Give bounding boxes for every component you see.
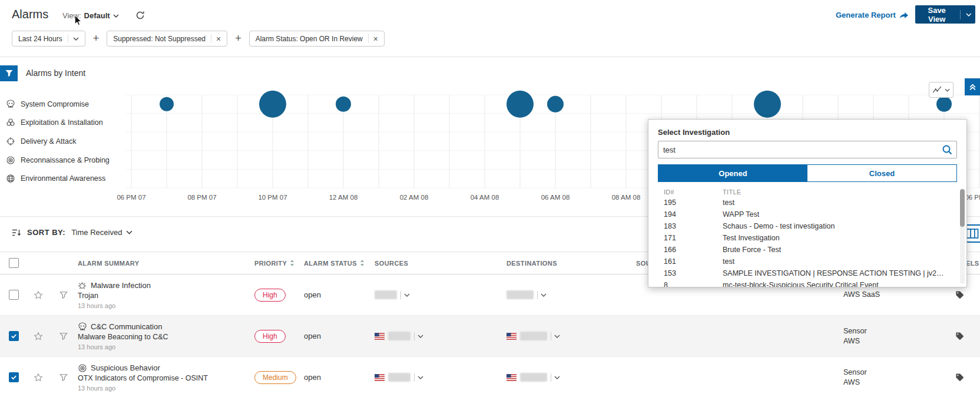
save-view-button[interactable]: Save View [915, 5, 975, 24]
generate-report-link[interactable]: Generate Report [836, 11, 909, 19]
svg-text:06 AM 08: 06 AM 08 [541, 194, 570, 201]
alarm-time: 13 hours ago [78, 343, 115, 350]
tab-closed[interactable]: Closed [807, 165, 956, 181]
filter-funnel-button[interactable] [0, 65, 18, 81]
chevron-down-icon[interactable] [400, 291, 410, 299]
investigation-id: 153 [664, 269, 723, 277]
select-all-checkbox[interactable] [9, 258, 19, 268]
skull-icon [78, 322, 87, 331]
investigation-id: 194 [664, 210, 723, 219]
view-value: Default [84, 11, 110, 20]
remove-filter-icon[interactable]: × [368, 34, 378, 43]
row-checkbox[interactable] [9, 372, 19, 382]
label-tag-icon[interactable] [955, 332, 964, 340]
investigation-title: test [723, 257, 957, 266]
modal-title: Select Investigation [658, 128, 957, 137]
chevron-down-icon[interactable] [414, 373, 423, 382]
chevron-down-icon [966, 13, 972, 16]
tab-opened[interactable]: Opened [658, 165, 807, 181]
star-icon[interactable] [34, 332, 43, 341]
alarm-time: 13 hours ago [78, 302, 115, 309]
chevron-down-icon[interactable] [551, 373, 560, 382]
svg-text:12 AM 08: 12 AM 08 [329, 194, 358, 201]
investigation-row[interactable]: 194WAPP Test [664, 209, 957, 220]
svg-text:10 PM 07: 10 PM 07 [258, 194, 287, 201]
investigation-row[interactable]: 183Schaus - Demo - test investigation [664, 220, 957, 232]
alarm-title[interactable]: Malware Infection [91, 281, 151, 290]
sort-by-selector[interactable]: Time Received [71, 228, 133, 237]
investigation-tabs: OpenedClosed [658, 164, 957, 182]
radar-icon [6, 156, 15, 165]
report-arrow-icon [899, 12, 909, 19]
alarm-title[interactable]: Suspicious Behavior [91, 363, 160, 372]
col-alarm-status[interactable]: ALARM STATUS [304, 260, 375, 267]
alarm-status: open [304, 332, 375, 340]
col-alarm-summary[interactable]: ALARM SUMMARY [78, 260, 254, 267]
chart-title: Alarms by Intent [26, 68, 85, 78]
chevron-down-icon[interactable] [537, 291, 547, 299]
priority-badge: High [254, 289, 286, 302]
svg-text:08 AM 08: 08 AM 08 [612, 194, 641, 201]
svg-text:06 PM 07: 06 PM 07 [117, 194, 145, 201]
investigation-row[interactable]: 153SAMPLE INVESTIGATION | RESPONSE ACTIO… [664, 267, 957, 279]
page-title: Alarms [12, 8, 48, 21]
chart-type-selector[interactable] [929, 82, 953, 98]
remove-filter-icon[interactable]: × [211, 34, 221, 43]
label-tag-icon[interactable] [955, 373, 964, 382]
intent-label: System Compromise [21, 100, 89, 108]
search-icon[interactable] [942, 144, 952, 155]
filter-chip-alarm-status[interactable]: Alarm Status: Open OR In Review × [249, 31, 385, 47]
investigation-row[interactable]: 195test [664, 197, 957, 209]
chevron-down-icon [126, 230, 133, 234]
modal-scrollbar[interactable] [960, 189, 965, 284]
investigation-row[interactable]: 8mc-test-block-Suspicious Security Criti… [664, 279, 957, 287]
alarm-title[interactable]: C&C Communication [91, 322, 162, 331]
intent-row: Exploitation & Installation [6, 114, 110, 133]
col-title: TITLE [723, 188, 957, 196]
collapse-panel-button[interactable] [965, 78, 980, 95]
time-range-filter[interactable]: Last 24 Hours [12, 31, 85, 47]
filter-chip-suppressed[interactable]: Suppressed: Not Suppressed × [107, 31, 227, 47]
star-icon[interactable] [34, 290, 43, 300]
investigation-row[interactable]: 161test [664, 256, 957, 267]
col-sources[interactable]: SOURCES [375, 260, 506, 267]
alarm-subtitle: OTX Indicators of Compromise - OSINT [78, 374, 208, 382]
alarm-row[interactable]: Suspicious Behavior OTX Indicators of Co… [0, 357, 980, 397]
refresh-button[interactable] [135, 11, 145, 20]
filter-funnel-icon[interactable] [59, 332, 68, 340]
filter-funnel-icon[interactable] [59, 373, 68, 382]
row-checkbox[interactable] [9, 331, 19, 341]
intent-category-list: System CompromiseExploitation & Installa… [6, 95, 110, 188]
time-range-label: Last 24 Hours [18, 35, 62, 43]
filter-funnel-icon[interactable] [59, 291, 68, 299]
scrollbar-thumb[interactable] [960, 189, 965, 227]
star-icon[interactable] [34, 373, 43, 382]
chevron-down-icon[interactable] [551, 332, 560, 340]
view-selector[interactable]: View: Default [62, 11, 119, 20]
col-destinations[interactable]: DESTINATIONS [506, 260, 636, 267]
chevron-down-icon[interactable] [414, 332, 423, 340]
investigation-row[interactable]: 166Brute Force - Test [664, 244, 957, 256]
alarm-row[interactable]: C&C Communication Malware Beaconing to C… [0, 316, 980, 357]
sort-arrows-icon [360, 260, 365, 266]
funnel-icon [5, 69, 14, 78]
filter-chip-label: Suppressed: Not Suppressed [113, 35, 206, 43]
label-tag-icon[interactable] [955, 290, 964, 299]
col-id: ID# [664, 188, 723, 196]
redacted-destination [520, 332, 547, 340]
sensor-name: AWS SaaS [843, 290, 955, 300]
columns-icon [966, 229, 979, 239]
add-filter-button[interactable]: + [92, 32, 101, 45]
col-priority[interactable]: PRIORITY [254, 260, 304, 267]
intent-row: Delivery & Attack [6, 132, 110, 151]
investigation-search-input[interactable] [658, 141, 957, 158]
radar-icon [78, 363, 87, 372]
investigation-row[interactable]: 171Test Investigation [664, 232, 957, 244]
row-checkbox[interactable] [9, 290, 19, 300]
chevron-down-icon [113, 14, 119, 18]
us-flag-icon [506, 374, 517, 381]
sensor-name: SensorAWS [843, 326, 955, 346]
investigation-title: test [723, 198, 957, 207]
investigation-title: Brute Force - Test [723, 246, 957, 254]
add-filter-button[interactable]: + [234, 32, 243, 45]
